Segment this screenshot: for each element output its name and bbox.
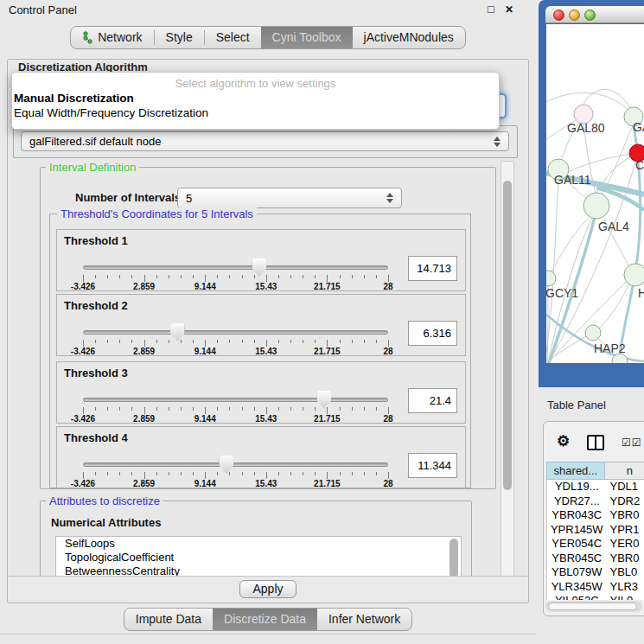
threshold-4-slider[interactable] <box>83 456 388 473</box>
node-h[interactable] <box>624 264 644 286</box>
mac-zoom-button[interactable] <box>584 10 596 21</box>
cell-name: YLR3 <box>607 580 644 595</box>
node-gcy1[interactable] <box>546 271 556 286</box>
node-gal4[interactable] <box>583 193 609 219</box>
threshold-3-panel: Threshold 3 -3.4262.8599.14415.4321.7152… <box>56 361 466 424</box>
split-columns-icon[interactable] <box>587 435 604 450</box>
cell-shared-name: YDR27... <box>547 494 607 509</box>
tab-label: Cyni Toolbox <box>272 27 341 48</box>
number-of-intervals-value: 5 <box>186 192 192 205</box>
table-row[interactable]: YER054CYER0 <box>547 537 644 552</box>
numerical-attributes-list[interactable]: SelfLoopsTopologicalCoefficientBetweenne… <box>55 536 462 577</box>
close-icon[interactable]: ✕ <box>502 3 516 16</box>
table-row[interactable]: YDL19...YDL1 <box>547 480 644 494</box>
tab-network[interactable]: Network <box>71 27 153 48</box>
slider-handle[interactable] <box>252 258 266 277</box>
checkbox-columns-icon[interactable]: ☑☑ <box>622 437 642 449</box>
settings-scrollbar-thumb[interactable] <box>503 181 512 490</box>
tick-label: -3.426 <box>71 282 95 291</box>
slider-handle[interactable] <box>316 391 331 409</box>
table-data-group: Table Data galFiltered.sif default node <box>13 125 518 158</box>
tab-jactivemnodules[interactable]: jActiveMNodules <box>353 27 465 48</box>
table-row[interactable]: YBR045CYBR0 <box>547 552 644 566</box>
label-hap2: HAP2 <box>594 341 626 355</box>
divider <box>0 634 536 634</box>
tab-cyni-toolbox[interactable]: Cyni Toolbox <box>261 27 353 48</box>
threshold-1-slider[interactable] <box>83 258 388 276</box>
number-of-intervals-combo[interactable]: 5 <box>177 188 402 208</box>
slider-handle[interactable] <box>170 323 185 341</box>
numerical-attributes-label: Numerical Attributes <box>51 516 161 529</box>
settings-viewport: Interval Definition Number of Intervals … <box>18 161 515 577</box>
threshold-2-value-field[interactable]: 6.316 <box>408 321 457 346</box>
tick-label: -3.426 <box>71 414 95 424</box>
tick-label: 28 <box>383 414 392 424</box>
slider-ticks <box>83 407 388 414</box>
tick-label: 28 <box>383 479 392 488</box>
tab-discretize-data[interactable]: Discretize Data <box>213 609 317 630</box>
dropdown-hint: Select algorithm to view settings <box>12 76 499 91</box>
threshold-3-slider[interactable] <box>83 391 388 408</box>
float-window-icon[interactable]: □ <box>484 3 498 16</box>
tab-label: Select <box>216 27 250 48</box>
mac-close-button[interactable] <box>553 10 564 21</box>
slider-track[interactable] <box>83 462 388 467</box>
slider-tick-labels: -3.4262.8599.14415.4321.71528 <box>83 347 388 356</box>
gear-icon[interactable]: ⚙ <box>557 432 570 450</box>
table-body: YDL19...YDL1YDR27...YDR2YBR043CYBR0YPR14… <box>546 480 644 600</box>
column-header-name[interactable]: n <box>605 462 644 480</box>
tick-label: 15.43 <box>255 479 277 488</box>
threshold-4-value-field[interactable]: 11.344 <box>408 453 457 478</box>
settings-scrollbar[interactable] <box>501 161 514 577</box>
table-row[interactable]: YBR043CYBR0 <box>547 508 644 523</box>
table-data-combo[interactable]: galFiltered.sif default node <box>21 131 509 151</box>
threshold-1-value-field[interactable]: 14.713 <box>408 256 457 281</box>
label-ga: GA <box>633 120 644 134</box>
slider-handle[interactable] <box>219 456 233 474</box>
threshold-2-slider[interactable] <box>83 323 388 341</box>
table-header-row: shared... n <box>546 462 644 480</box>
tab-infer-network[interactable]: Infer Network <box>317 609 411 630</box>
table-scrollbar-thumb[interactable] <box>548 603 637 610</box>
threshold-3-value-field[interactable]: 21.4 <box>408 388 457 413</box>
slider-track[interactable] <box>83 265 388 270</box>
label-c: C <box>635 158 644 172</box>
table-row[interactable]: YLR345WYLR3 <box>547 580 644 595</box>
slider-ticks <box>83 472 388 479</box>
slider-track[interactable] <box>83 330 388 335</box>
list-item[interactable]: SelfLoops <box>56 537 461 551</box>
cell-shared-name: YIL052C <box>547 594 607 600</box>
network-view-window[interactable]: GAL80 GA C GAL11 GAL4 GCY1 H HAP2 <box>539 0 644 387</box>
table-row[interactable]: YDR27...YDR2 <box>547 494 644 509</box>
apply-button[interactable]: Apply <box>239 580 296 598</box>
slider-track[interactable] <box>83 398 388 402</box>
cell-shared-name: YBL079W <box>547 565 607 580</box>
network-window-titlebar[interactable] <box>545 6 644 23</box>
node-hap2[interactable] <box>585 325 601 341</box>
tab-impute-data[interactable]: Impute Data <box>124 609 213 630</box>
table-row[interactable]: YBL079WYBL0 <box>547 565 644 580</box>
dropdown-option-manual[interactable]: Manual Discretization <box>12 91 499 105</box>
network-canvas[interactable]: GAL80 GA C GAL11 GAL4 GCY1 H HAP2 <box>546 24 644 363</box>
table-row[interactable]: YIL052CYIL0 <box>547 594 644 600</box>
list-item[interactable]: TopologicalCoefficient <box>56 551 461 564</box>
tab-select[interactable]: Select <box>205 27 261 48</box>
column-header-shared[interactable]: shared... <box>546 462 605 480</box>
mac-minimize-button[interactable] <box>569 10 580 21</box>
spinner-icon <box>494 137 501 147</box>
slider-ticks <box>83 275 388 282</box>
tab-style[interactable]: Style <box>155 27 204 48</box>
label-gal4: GAL4 <box>598 220 629 233</box>
cell-shared-name: YPR145W <box>547 523 607 538</box>
threshold-1-panel: Threshold 1 -3.4262.8599.14415.4321.7152… <box>56 229 466 291</box>
table-panel-title: Table Panel <box>547 399 606 411</box>
table-row[interactable]: YPR145WYPR1 <box>547 523 644 538</box>
list-scrollbar-thumb[interactable] <box>450 539 458 577</box>
tick-label: 28 <box>383 282 392 291</box>
table-horizontal-scrollbar[interactable] <box>545 601 642 612</box>
control-panel-titlebar: Control Panel □ ✕ <box>0 0 536 21</box>
number-of-intervals-label: Number of Intervals <box>75 191 181 204</box>
cell-name: YBL0 <box>607 565 644 580</box>
dropdown-option-equal-width[interactable]: Equal Width/Frequency Discretization <box>12 105 499 120</box>
cell-name: YBR0 <box>607 508 644 523</box>
